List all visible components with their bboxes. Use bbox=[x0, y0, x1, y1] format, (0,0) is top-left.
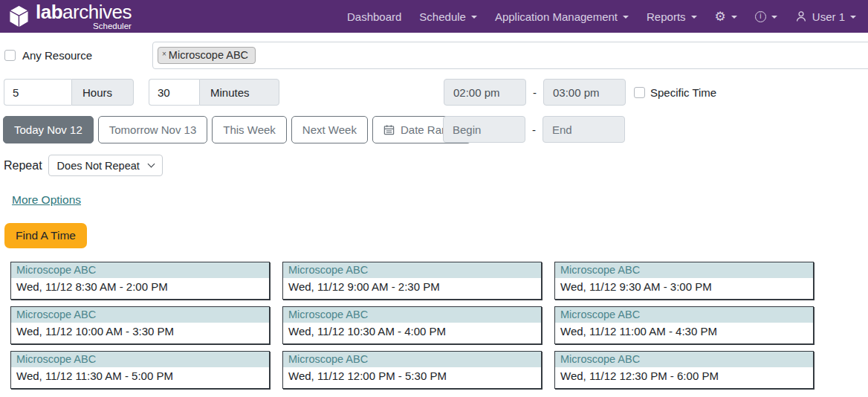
slot-resource-name: Microscope ABC bbox=[283, 262, 541, 278]
specific-time-label: Specific Time bbox=[650, 86, 716, 99]
results-grid: Microscope ABC Wed, 11/12 8:30 AM - 2:00… bbox=[10, 262, 868, 389]
repeat-selected-value: Does Not Repeat bbox=[57, 160, 140, 172]
find-a-time-button[interactable]: Find A Time bbox=[4, 223, 87, 248]
resource-tag-label: Microscope ABC bbox=[169, 49, 248, 61]
more-options-link[interactable]: More Options bbox=[12, 193, 81, 207]
chevron-down-icon bbox=[691, 16, 697, 19]
slot-time-range: Wed, 11/12 11:00 AM - 4:30 PM bbox=[555, 323, 813, 340]
user-icon bbox=[795, 10, 807, 22]
main-nav: Dashboard Schedule Application Managemen… bbox=[347, 10, 856, 23]
labarchives-logo[interactable]: labarchives Scheduler bbox=[7, 2, 132, 31]
calendar-icon bbox=[383, 124, 395, 135]
slot-resource-name: Microscope ABC bbox=[555, 262, 813, 278]
repeat-select[interactable]: Does Not Repeat bbox=[48, 155, 163, 176]
slot-time-range: Wed, 11/12 9:00 AM - 2:30 PM bbox=[283, 278, 541, 295]
today-button[interactable]: Today Nov 12 bbox=[3, 116, 94, 143]
hours-input[interactable] bbox=[4, 79, 71, 106]
cube-logo-icon bbox=[7, 4, 30, 29]
slot-time-range: Wed, 11/12 8:30 AM - 2:00 PM bbox=[11, 278, 269, 295]
begin-date-input[interactable] bbox=[443, 116, 525, 143]
slot-time-range: Wed, 11/12 10:30 AM - 4:00 PM bbox=[283, 323, 541, 340]
chevron-down-icon bbox=[771, 16, 777, 19]
any-resource-label: Any Resource bbox=[22, 49, 92, 62]
next-week-button[interactable]: Next Week bbox=[291, 116, 368, 143]
range-separator: - bbox=[532, 123, 536, 136]
nav-item-schedule[interactable]: Schedule bbox=[419, 10, 477, 23]
user-label: User 1 bbox=[812, 10, 845, 23]
time-separator: - bbox=[533, 86, 537, 99]
time-slot-card[interactable]: Microscope ABC Wed, 11/12 12:30 PM - 6:0… bbox=[554, 351, 814, 389]
slot-time-range: Wed, 11/12 12:30 PM - 6:00 PM bbox=[555, 367, 813, 384]
specific-time-checkbox[interactable] bbox=[634, 87, 645, 98]
chevron-down-icon bbox=[850, 16, 856, 19]
chevron-down-icon bbox=[623, 16, 629, 19]
nav-item-user-menu[interactable]: User 1 bbox=[795, 10, 856, 23]
brand-name: labarchives bbox=[36, 1, 132, 23]
chevron-down-icon bbox=[731, 16, 737, 19]
end-date-input[interactable] bbox=[542, 116, 625, 143]
minutes-input[interactable] bbox=[149, 79, 199, 106]
repeat-row: Repeat Does Not Repeat bbox=[4, 155, 868, 176]
time-slot-card[interactable]: Microscope ABC Wed, 11/12 8:30 AM - 2:00… bbox=[10, 262, 270, 300]
resource-search-input[interactable]: × Microscope ABC bbox=[152, 42, 868, 69]
slot-time-range: Wed, 11/12 11:30 AM - 5:00 PM bbox=[11, 367, 269, 384]
hours-group: Hours bbox=[4, 79, 134, 106]
slot-resource-name: Microscope ABC bbox=[283, 307, 541, 323]
gear-icon: ⚙ bbox=[715, 10, 726, 23]
slot-resource-name: Microscope ABC bbox=[555, 307, 813, 323]
date-range-block: - bbox=[443, 116, 625, 143]
nav-item-reports[interactable]: Reports bbox=[647, 10, 697, 23]
slot-resource-name: Microscope ABC bbox=[11, 262, 269, 278]
minutes-addon-label: Minutes bbox=[199, 79, 279, 106]
slot-resource-name: Microscope ABC bbox=[11, 352, 269, 367]
info-icon: i bbox=[755, 11, 766, 22]
time-slot-card[interactable]: Microscope ABC Wed, 11/12 9:30 AM - 3:00… bbox=[554, 262, 814, 300]
any-resource-option: Any Resource bbox=[4, 49, 152, 62]
chevron-down-icon bbox=[471, 16, 477, 19]
nav-item-application-management[interactable]: Application Management bbox=[495, 10, 629, 23]
any-resource-checkbox[interactable] bbox=[4, 50, 16, 61]
nav-item-settings[interactable]: ⚙ bbox=[715, 10, 737, 23]
time-slot-card[interactable]: Microscope ABC Wed, 11/12 10:00 AM - 3:3… bbox=[10, 306, 270, 344]
duration-row: Hours Minutes - Specific Time bbox=[4, 79, 868, 106]
start-time-input[interactable] bbox=[444, 79, 526, 106]
this-week-button[interactable]: This Week bbox=[212, 116, 287, 143]
nav-item-help[interactable]: i bbox=[755, 11, 777, 22]
date-selection-row: Today Nov 12 Tomorrow Nov 13 This Week N… bbox=[3, 116, 868, 143]
resource-filter-row: Any Resource × Microscope ABC bbox=[4, 42, 868, 69]
specific-time-block: - Specific Time bbox=[444, 79, 716, 106]
repeat-label: Repeat bbox=[4, 159, 42, 172]
nav-item-dashboard[interactable]: Dashboard bbox=[347, 10, 401, 23]
hours-addon-label: Hours bbox=[71, 79, 134, 106]
time-slot-card[interactable]: Microscope ABC Wed, 11/12 11:30 AM - 5:0… bbox=[10, 351, 270, 389]
time-slot-card[interactable]: Microscope ABC Wed, 11/12 11:00 AM - 4:3… bbox=[554, 306, 814, 344]
time-slot-card[interactable]: Microscope ABC Wed, 11/12 12:00 PM - 5:3… bbox=[282, 351, 542, 389]
resource-tag: × Microscope ABC bbox=[158, 47, 256, 64]
chevron-down-icon bbox=[147, 161, 155, 168]
slot-time-range: Wed, 11/12 10:00 AM - 3:30 PM bbox=[11, 323, 269, 340]
tomorrow-button[interactable]: Tomorrow Nov 13 bbox=[98, 116, 208, 143]
time-slot-card[interactable]: Microscope ABC Wed, 11/12 10:30 AM - 4:0… bbox=[282, 306, 542, 344]
remove-tag-icon[interactable]: × bbox=[162, 51, 166, 58]
slot-resource-name: Microscope ABC bbox=[555, 352, 813, 367]
slot-resource-name: Microscope ABC bbox=[283, 352, 541, 367]
slot-time-range: Wed, 11/12 9:30 AM - 3:00 PM bbox=[555, 278, 813, 295]
top-navigation-bar: labarchives Scheduler Dashboard Schedule… bbox=[0, 0, 868, 33]
minutes-group: Minutes bbox=[149, 79, 279, 106]
slot-resource-name: Microscope ABC bbox=[11, 307, 269, 323]
time-slot-card[interactable]: Microscope ABC Wed, 11/12 9:00 AM - 2:30… bbox=[282, 262, 542, 300]
end-time-input[interactable] bbox=[543, 79, 626, 106]
specific-time-option: Specific Time bbox=[634, 86, 716, 99]
slot-time-range: Wed, 11/12 12:00 PM - 5:30 PM bbox=[283, 367, 541, 384]
brand-subtitle: Scheduler bbox=[36, 22, 132, 31]
